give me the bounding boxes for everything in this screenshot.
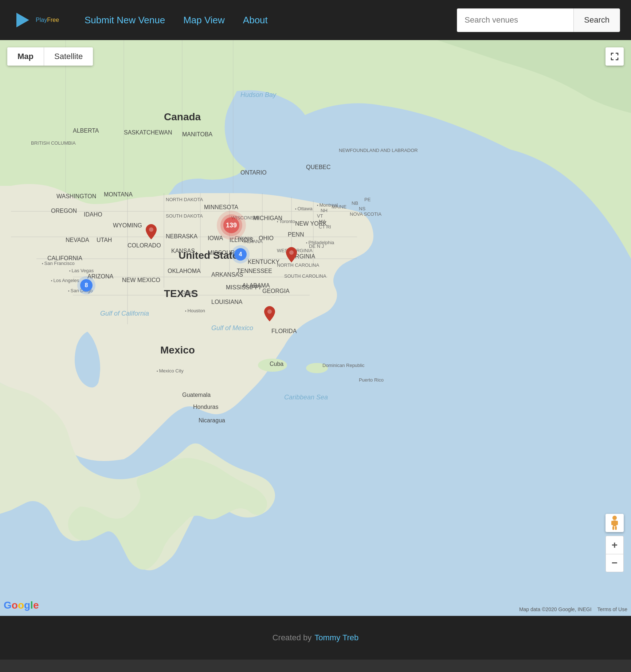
svg-rect-28 bbox=[616, 521, 618, 525]
svg-point-22 bbox=[267, 309, 272, 314]
map-type-map-button[interactable]: Map bbox=[7, 47, 44, 66]
logo-play: Play bbox=[36, 17, 47, 23]
terms-of-use-link[interactable]: Terms of Use bbox=[597, 606, 627, 612]
fullscreen-button[interactable] bbox=[605, 47, 624, 66]
svg-point-2 bbox=[258, 359, 287, 372]
google-logo-icon: Google bbox=[4, 598, 40, 611]
zoom-out-button[interactable]: − bbox=[605, 554, 624, 572]
logo-free: Free bbox=[47, 17, 59, 23]
svg-marker-0 bbox=[16, 13, 29, 27]
pin-wyoming[interactable] bbox=[146, 224, 157, 241]
svg-text:Google: Google bbox=[4, 599, 39, 611]
cluster-indiana[interactable]: 4 bbox=[231, 245, 250, 263]
map-data-text: Map data ©2020 Google, INEGI bbox=[519, 606, 592, 612]
navigation: Submit New Venue Map View About bbox=[85, 15, 442, 26]
zoom-controls: + − bbox=[605, 536, 624, 572]
pin-wyoming-icon bbox=[146, 224, 157, 239]
search-input[interactable] bbox=[457, 8, 573, 32]
svg-point-23 bbox=[612, 516, 617, 520]
map-type-controls: Map Satellite bbox=[7, 47, 93, 66]
zoom-in-button[interactable]: + bbox=[605, 536, 624, 554]
map-background bbox=[0, 40, 631, 616]
pin-virginia-icon bbox=[286, 247, 297, 262]
map-container: Map Satellite CanadaHudson BayUnited Sta… bbox=[0, 40, 631, 616]
map-attribution: Map data ©2020 Google, INEGI Terms of Us… bbox=[519, 606, 627, 612]
search-button[interactable]: Search bbox=[573, 8, 620, 32]
pin-florida[interactable] bbox=[264, 306, 275, 323]
map-type-satellite-button[interactable]: Satellite bbox=[44, 47, 93, 66]
nav-submit-venue[interactable]: Submit New Venue bbox=[85, 15, 165, 26]
nav-map-view[interactable]: Map View bbox=[183, 15, 225, 26]
footer-author-link[interactable]: Tommy Treb bbox=[314, 633, 358, 642]
svg-point-21 bbox=[289, 250, 294, 255]
logo-icon bbox=[11, 9, 33, 31]
svg-point-3 bbox=[306, 363, 328, 373]
google-logo: Google bbox=[4, 598, 40, 612]
footer-text: Created by bbox=[273, 633, 312, 642]
cluster-la[interactable]: 8 bbox=[77, 276, 95, 294]
nav-about[interactable]: About bbox=[243, 15, 268, 26]
pegman-button[interactable] bbox=[605, 514, 624, 532]
svg-rect-26 bbox=[615, 526, 617, 530]
pin-florida-icon bbox=[264, 306, 275, 321]
cluster-wisconsin[interactable]: 139 bbox=[217, 211, 246, 240]
fullscreen-icon bbox=[610, 52, 619, 61]
svg-rect-25 bbox=[612, 526, 614, 530]
pin-virginia[interactable] bbox=[286, 247, 297, 264]
logo-text: PlayFree bbox=[36, 17, 59, 23]
svg-rect-27 bbox=[611, 521, 613, 525]
search-area: Search bbox=[457, 8, 620, 32]
footer: Created by Tommy Treb bbox=[0, 616, 631, 660]
svg-rect-24 bbox=[613, 520, 616, 526]
pegman-icon bbox=[609, 516, 620, 530]
logo[interactable]: PlayFree bbox=[11, 9, 59, 31]
header: PlayFree Submit New Venue Map View About… bbox=[0, 0, 631, 40]
svg-point-20 bbox=[149, 227, 153, 232]
